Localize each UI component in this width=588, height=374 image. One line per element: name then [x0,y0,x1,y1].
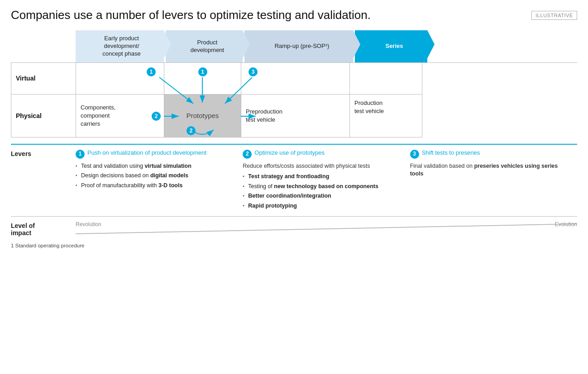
phase-series: Series [355,30,427,62]
lever-2-bullets: Test strategy and frontloading Testing o… [243,173,403,210]
badge-lever-2: 2 [243,150,252,159]
row-label-virtual: Virtual [11,63,76,95]
lever-3-title: 3 Shift tests to preseries [410,149,571,159]
physical-pd-cell: Prototypes [164,95,241,137]
impact-line-svg [76,220,577,238]
lever-2-bullet-4: Rapid prototyping [243,202,403,210]
page-header: Companies use a number of levers to opti… [11,8,577,22]
virtual-series-cell [350,63,422,95]
virtual-pd-cell: 1 [164,63,241,95]
svg-line-12 [76,224,577,234]
lever-2-bullet-1: Test strategy and frontloading [243,173,403,181]
illustrative-badge: ILLUSTRATIVE [531,11,577,20]
page-title: Companies use a number of levers to opti… [11,8,371,22]
footnote: 1 Standard operating procedure [11,243,577,248]
badge-1-virtual-ep: 1 [147,67,156,76]
badge-1-virtual-pd: 1 [198,67,207,76]
physical-ep-cell: Components,componentcarriers [76,95,164,137]
badge-3-virtual-ru: 3 [249,67,258,76]
impact-label: Level of impact [11,222,76,237]
lever-2-bullet-3: Better coordination/integration [243,192,403,200]
physical-series-cell: Productiontest vehicle [350,95,422,137]
levers-label: Levers [11,149,76,212]
data-grid: Virtual 1 1 3 Physical Components,compon [11,62,577,137]
phase-pd: Productdevelopment [166,30,243,62]
lever-3-desc: Final validation based on preseries vehi… [410,162,571,178]
impact-section: Level of impact Revolution Evolution [11,216,577,238]
lever-col-1: 1 Push on virtualization of product deve… [76,149,243,212]
lever-col-3: 3 Shift tests to preseries Final validat… [410,149,577,212]
lever-1-bullet-1: Test and validation using virtual simula… [76,162,236,170]
levers-section: Levers 1 Push on virtualization of produ… [11,144,577,212]
lever-2-title: 2 Optimize use of prototypes [243,149,403,159]
lever-2-desc: Reduce efforts/costs associated with phy… [243,162,403,170]
impact-diagram: Revolution Evolution [76,220,577,238]
virtual-ep-cell: 1 [76,63,164,95]
phase-ru: Ramp-up (pre-SOP¹) [244,30,353,62]
row-label-physical: Physical [11,95,76,137]
physical-ru-cell: Preproductiontest vehicle [241,95,350,137]
virtual-ru-cell: 3 [241,63,350,95]
lever-2-bullet-2: Testing of new technology based on compo… [243,183,403,191]
phase-ep: Early productdevelopment/concept phase [76,30,164,62]
lever-1-title: 1 Push on virtualization of product deve… [76,149,236,159]
lever-1-bullets: Test and validation using virtual simula… [76,162,236,190]
badge-lever-1: 1 [76,150,85,159]
lever-1-bullet-2: Design decisions based on digital models [76,172,236,180]
lever-1-bullet-3: Proof of manufacturability with 3-D tool… [76,182,236,190]
prototypes-label: Prototypes [186,112,219,119]
badge-lever-3: 3 [410,150,419,159]
diagram-section: Early productdevelopment/concept phase P… [11,30,577,137]
lever-col-2: 2 Optimize use of prototypes Reduce effo… [243,149,410,212]
